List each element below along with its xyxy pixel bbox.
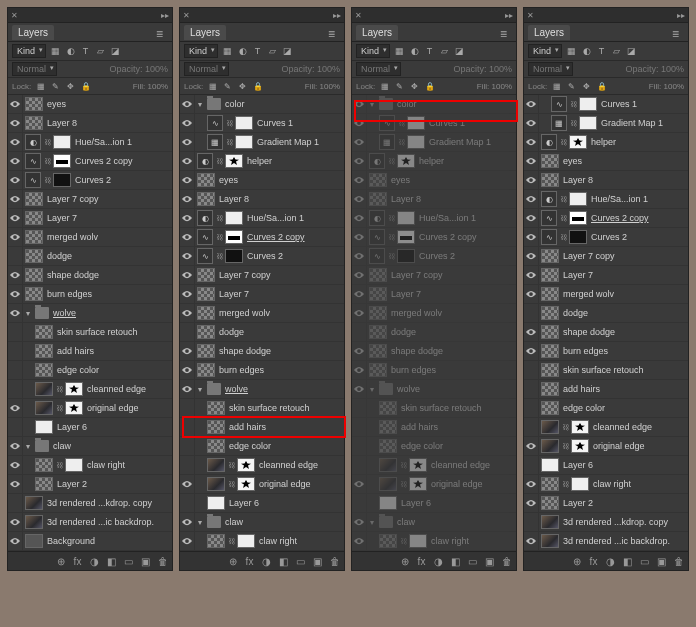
layer-name[interactable]: cleanned edge: [591, 422, 686, 432]
layer-name[interactable]: Curves 1: [255, 118, 342, 128]
new-layer-icon[interactable]: ▣: [656, 556, 667, 567]
layer-thumbnail[interactable]: [225, 154, 243, 168]
link-icon[interactable]: ⛓: [215, 234, 223, 241]
layer-name[interactable]: burn edges: [217, 365, 342, 375]
link-icon[interactable]: ⛓: [43, 139, 51, 146]
link-icon[interactable]: ⛓: [225, 139, 233, 146]
filter-shape-icon[interactable]: ▱: [95, 46, 106, 57]
layer-fx-icon[interactable]: fx: [72, 556, 83, 567]
layer-row[interactable]: Layer 7: [524, 266, 688, 285]
layer-fx-icon[interactable]: fx: [244, 556, 255, 567]
lock-all-icon[interactable]: 🔒: [80, 81, 91, 92]
filter-shape-icon[interactable]: ▱: [611, 46, 622, 57]
visibility-toggle[interactable]: [352, 171, 367, 189]
layer-thumbnail[interactable]: [541, 534, 559, 548]
visibility-toggle[interactable]: [180, 532, 195, 550]
visibility-toggle[interactable]: [352, 209, 367, 227]
visibility-toggle[interactable]: [524, 475, 539, 493]
visibility-toggle[interactable]: [352, 304, 367, 322]
layer-name[interactable]: Curves 2 copy: [589, 213, 686, 223]
layer-name[interactable]: Background: [45, 536, 170, 546]
new-adjustment-icon[interactable]: ◧: [450, 556, 461, 567]
layer-thumbnail[interactable]: [397, 230, 415, 244]
filter-pixel-icon[interactable]: ▦: [394, 46, 405, 57]
visibility-toggle[interactable]: [524, 95, 539, 113]
layer-thumbnail[interactable]: [369, 287, 387, 301]
layer-row[interactable]: skin surface retouch: [352, 399, 516, 418]
layer-thumbnail[interactable]: [207, 534, 225, 548]
mask-thumbnail[interactable]: [65, 382, 83, 396]
layer-thumbnail[interactable]: [541, 268, 559, 282]
layer-name[interactable]: add hairs: [55, 346, 170, 356]
visibility-toggle[interactable]: [180, 494, 195, 512]
layer-row[interactable]: ⛓original edge: [524, 437, 688, 456]
link-icon[interactable]: ⛓: [561, 443, 569, 450]
layer-thumbnail[interactable]: [579, 116, 597, 130]
visibility-toggle[interactable]: [8, 133, 23, 151]
layer-name[interactable]: Curves 2: [417, 251, 514, 261]
layer-name[interactable]: skin surface retouch: [399, 403, 514, 413]
link-icon[interactable]: ⛓: [561, 481, 569, 488]
layer-thumbnail[interactable]: [35, 420, 53, 434]
layer-thumbnail[interactable]: [569, 230, 587, 244]
layer-row[interactable]: Layer 2: [8, 475, 172, 494]
layer-group-row[interactable]: ▾claw: [180, 513, 344, 532]
layer-name[interactable]: Curves 2: [589, 232, 686, 242]
filter-adjust-icon[interactable]: ◐: [65, 46, 76, 57]
layer-name[interactable]: Hue/Sa...ion 1: [417, 213, 514, 223]
layer-row[interactable]: eyes: [352, 171, 516, 190]
visibility-toggle[interactable]: [524, 456, 539, 474]
layer-name[interactable]: Layer 8: [561, 175, 686, 185]
layer-name[interactable]: helper: [417, 156, 514, 166]
layer-thumbnail[interactable]: [407, 135, 425, 149]
mask-thumbnail[interactable]: [571, 477, 589, 491]
layer-row[interactable]: ⛓cleanned edge: [8, 380, 172, 399]
layer-name[interactable]: Layer 7 copy: [389, 270, 514, 280]
layer-name[interactable]: Layer 7 copy: [217, 270, 342, 280]
link-icon[interactable]: ⛓: [43, 158, 51, 165]
layer-row[interactable]: ⛓claw right: [524, 475, 688, 494]
collapse-icon[interactable]: ▸▸: [505, 11, 513, 20]
layer-thumbnail[interactable]: [207, 496, 225, 510]
mask-thumbnail[interactable]: [409, 458, 427, 472]
visibility-toggle[interactable]: [352, 399, 367, 417]
layer-row[interactable]: merged wolv: [8, 228, 172, 247]
layer-thumbnail[interactable]: [35, 363, 53, 377]
mask-thumbnail[interactable]: [237, 458, 255, 472]
lock-all-icon[interactable]: 🔒: [252, 81, 263, 92]
layer-name[interactable]: Curves 2 copy: [73, 156, 170, 166]
layer-row[interactable]: Layer 6: [524, 456, 688, 475]
layer-thumbnail[interactable]: [25, 534, 43, 548]
layer-row[interactable]: ∿⛓Curves 1: [180, 114, 344, 133]
layer-thumbnail[interactable]: [25, 249, 43, 263]
layer-thumbnail[interactable]: [407, 116, 425, 130]
visibility-toggle[interactable]: [352, 95, 367, 113]
filter-adjust-icon[interactable]: ◐: [409, 46, 420, 57]
visibility-toggle[interactable]: [8, 114, 23, 132]
link-layers-icon[interactable]: ⊕: [571, 556, 582, 567]
visibility-toggle[interactable]: [524, 209, 539, 227]
link-layers-icon[interactable]: ⊕: [399, 556, 410, 567]
mask-thumbnail[interactable]: [237, 477, 255, 491]
visibility-toggle[interactable]: [8, 171, 23, 189]
layer-row[interactable]: Layer 8: [180, 190, 344, 209]
layers-tab[interactable]: Layers: [356, 25, 398, 40]
visibility-toggle[interactable]: [180, 456, 195, 474]
visibility-toggle[interactable]: [180, 323, 195, 341]
layer-name[interactable]: eyes: [389, 175, 514, 185]
layer-name[interactable]: merged wolv: [389, 308, 514, 318]
layer-thumbnail[interactable]: [207, 420, 225, 434]
layer-row[interactable]: burn edges: [8, 285, 172, 304]
layer-name[interactable]: Curves 2 copy: [417, 232, 514, 242]
visibility-toggle[interactable]: [8, 361, 23, 379]
visibility-toggle[interactable]: [352, 418, 367, 436]
layer-name[interactable]: Layer 7: [389, 289, 514, 299]
layer-thumbnail[interactable]: [35, 382, 53, 396]
layer-name[interactable]: merged wolv: [217, 308, 342, 318]
layer-thumbnail[interactable]: [541, 496, 559, 510]
link-icon[interactable]: ⛓: [387, 253, 395, 260]
filter-type-icon[interactable]: T: [596, 46, 607, 57]
layer-name[interactable]: original edge: [429, 479, 514, 489]
layer-group-row[interactable]: ▾claw: [352, 513, 516, 532]
visibility-toggle[interactable]: [524, 323, 539, 341]
